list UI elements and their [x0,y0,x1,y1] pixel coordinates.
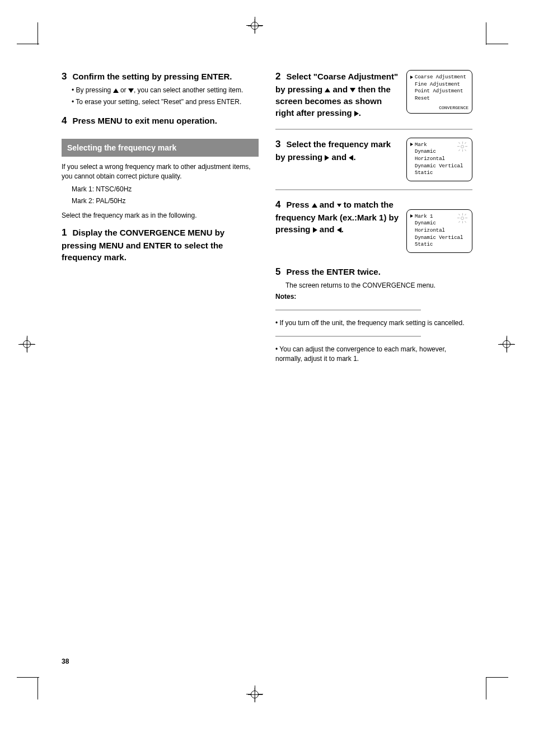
section-bar: Selecting the frequency mark [62,139,259,157]
intro-text: If you select a wrong frequency mark to … [62,162,259,181]
page-number: 38 [62,658,69,665]
step-number: 3 [62,71,72,82]
divider [275,189,472,190]
down-arrow-icon [337,200,341,209]
step5-heading: 5Press the ENTER twice. [275,265,472,279]
left-arrow-icon [337,224,341,234]
osd-line: Dynamic Vertical [410,163,469,170]
registration-mark-icon [251,691,259,698]
step3-note-2: • To erase your setting, select "Reset" … [72,97,259,107]
registration-mark-icon [503,340,510,348]
step3-note-1: • By pressing or , you can select anothe… [72,86,259,95]
note-item: • You can adjust the convergence to each… [275,345,472,364]
page-content: 3Confirm the setting by pressing ENTER. … [62,70,473,366]
sun-icon [457,142,467,152]
up-arrow-icon [325,84,330,94]
up-arrow-icon [113,86,119,94]
registration-mark-icon [251,22,259,30]
osd-line: Mark 1 [415,214,433,219]
step-number: 3 [275,139,286,149]
note-item: • If you turn off the unit, the frequenc… [275,318,472,328]
step3r-heading: 3Select the frequency mark by pressing a… [275,138,400,163]
osd-line: Mark [415,142,427,148]
freq-item: Mark 2: PAL/50Hz [72,196,259,206]
step-number: 2 [275,71,286,82]
step-title: Confirm the setting by pressing ENTER. [72,72,232,81]
step-title: Press the ENTER twice. [286,267,380,276]
osd-line: Static [410,170,469,177]
left-column: 3Confirm the setting by pressing ENTER. … [62,70,259,366]
osd-line: Fine Adjustment [410,81,469,88]
osd-line: Coarse Adjustment [415,74,466,80]
step1-heading: 1Display the CONVERGENCE MENU by pressin… [62,226,259,263]
divider [275,336,421,337]
osd-screen: Mark 1 Dynamic Horizontal Dynamic Vertic… [406,209,472,253]
instruction-lead: Select the frequency mark as in the foll… [62,211,259,220]
step5-note: The screen returns to the CONVERGENCE me… [275,281,472,290]
down-arrow-icon [350,84,355,94]
divider [275,309,421,311]
step4-heading: 4Press MENU to exit menu operation. [62,114,259,128]
down-arrow-icon [128,86,134,94]
step2-heading: 2Select "Coarse Adjustment" by pressing … [275,70,400,119]
osd-line: Dynamic Vertical [410,234,469,242]
osd-line: Reset [410,95,469,102]
right-column: 2Select "Coarse Adjustment" by pressing … [275,70,472,366]
step-title: Press MENU to exit menu operation. [72,116,217,125]
osd-screen: Coarse Adjustment Fine Adjustment Point … [406,70,472,114]
right-arrow-icon [313,224,317,234]
sun-icon [457,213,467,223]
step-number: 5 [275,266,286,277]
osd-line: Static [410,241,469,248]
step4r-heading: 4Press and to match the frequency Mark (… [275,198,400,235]
osd-footer: CONVERGENCE [439,105,469,111]
registration-mark-icon [23,340,31,348]
osd-line: Point Adjustment [410,88,469,95]
right-arrow-icon [354,108,359,118]
step-title: Display the CONVERGENCE MENU by pressing… [62,228,224,262]
step-number: 1 [62,227,72,238]
freq-item: Mark 1: NTSC/60Hz [72,185,259,194]
step-number: 4 [62,115,72,126]
step3-heading: 3Confirm the setting by pressing ENTER. [62,70,259,83]
divider [275,129,472,130]
osd-screen: Mark Dynamic Horizontal Dynamic Vertical… [406,138,472,181]
notes-label: Notes: [275,292,472,302]
step-number: 4 [275,199,286,210]
up-arrow-icon [312,200,317,209]
